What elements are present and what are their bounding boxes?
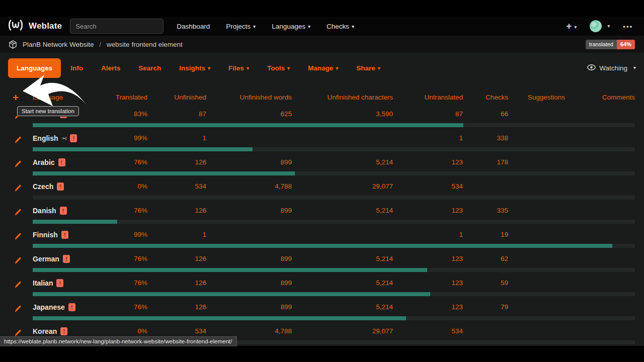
- column-header-unfinished-characters[interactable]: Unfinished characters: [292, 94, 393, 101]
- cell-untranslated[interactable]: 123: [393, 255, 463, 263]
- edit-pencil-icon[interactable]: [14, 305, 22, 315]
- cell-translated[interactable]: 76%: [98, 207, 147, 215]
- alert-badge-icon[interactable]: !: [60, 207, 67, 215]
- cell-unfinished-characters[interactable]: 5,214: [292, 255, 393, 263]
- column-header-translated[interactable]: Translated: [98, 94, 147, 101]
- alert-badge-icon[interactable]: !: [60, 327, 67, 335]
- start-new-translation-button[interactable]: [13, 92, 19, 103]
- cell-unfinished[interactable]: 126: [147, 207, 206, 215]
- alert-badge-icon[interactable]: !: [63, 255, 70, 263]
- cell-untranslated[interactable]: 87: [393, 110, 463, 118]
- edit-pencil-icon[interactable]: [14, 208, 22, 219]
- search-input[interactable]: [70, 19, 164, 34]
- alert-badge-icon[interactable]: !: [70, 134, 77, 142]
- cell-unfinished-words[interactable]: 899: [206, 303, 292, 311]
- column-header-unfinished[interactable]: Unfinished: [147, 94, 206, 101]
- cell-translated[interactable]: 76%: [98, 303, 147, 311]
- breadcrumb-project-link[interactable]: PlanB Network Website: [23, 41, 94, 48]
- cell-untranslated[interactable]: 1: [393, 231, 463, 239]
- cell-translated[interactable]: 99%: [98, 231, 147, 239]
- user-menu-button[interactable]: [590, 20, 610, 32]
- cell-unfinished-characters[interactable]: 29,077: [292, 327, 393, 335]
- language-link[interactable]: Danish: [33, 207, 56, 215]
- cell-unfinished[interactable]: 534: [147, 327, 206, 335]
- edit-pencil-icon[interactable]: [14, 232, 22, 243]
- cell-untranslated[interactable]: 123: [393, 158, 463, 166]
- more-menu-icon[interactable]: [623, 22, 633, 31]
- breadcrumb-component-link[interactable]: website frontend element: [107, 41, 183, 48]
- cell-unfinished-words[interactable]: 625: [206, 110, 292, 118]
- cell-unfinished-words[interactable]: 899: [206, 158, 292, 166]
- cell-unfinished-words[interactable]: 4,788: [206, 183, 292, 191]
- cell-translated[interactable]: 99%: [98, 134, 147, 142]
- cell-untranslated[interactable]: 534: [393, 327, 463, 335]
- cell-unfinished-words[interactable]: 4,788: [206, 327, 292, 335]
- cell-unfinished[interactable]: 1: [147, 231, 206, 239]
- tab-tools[interactable]: Tools: [267, 64, 290, 72]
- cell-checks[interactable]: 178: [463, 158, 508, 166]
- cell-unfinished-characters[interactable]: 5,214: [292, 303, 393, 311]
- tab-manage[interactable]: Manage: [308, 64, 338, 72]
- cell-unfinished-characters[interactable]: 5,214: [292, 207, 393, 215]
- cell-translated[interactable]: 0%: [98, 183, 147, 191]
- nav-link-checks[interactable]: Checks: [327, 23, 354, 30]
- cell-unfinished[interactable]: 1: [147, 134, 206, 142]
- cell-unfinished-characters[interactable]: 29,077: [292, 183, 393, 191]
- tab-languages[interactable]: Languages: [8, 58, 61, 78]
- cell-unfinished-characters[interactable]: 5,214: [292, 279, 393, 287]
- watching-dropdown[interactable]: Watching: [587, 64, 636, 72]
- cell-checks[interactable]: 335: [463, 207, 508, 215]
- nav-link-languages[interactable]: Languages: [272, 23, 310, 30]
- nav-link-projects[interactable]: Projects: [226, 23, 256, 30]
- language-link[interactable]: Japanese: [33, 303, 65, 311]
- cell-unfinished[interactable]: 534: [147, 183, 206, 191]
- tab-files[interactable]: Files: [228, 64, 249, 72]
- tab-search[interactable]: Search: [138, 64, 161, 72]
- cell-unfinished-words[interactable]: 899: [206, 255, 292, 263]
- alert-badge-icon[interactable]: !: [68, 303, 75, 311]
- language-link[interactable]: Czech: [33, 183, 53, 191]
- cell-untranslated[interactable]: 123: [393, 303, 463, 311]
- cell-checks[interactable]: 62: [463, 255, 508, 263]
- cell-translated[interactable]: 0%: [98, 327, 147, 335]
- edit-pencil-icon[interactable]: [14, 281, 22, 291]
- edit-pencil-icon[interactable]: [14, 256, 22, 267]
- cell-checks[interactable]: 66: [463, 110, 508, 118]
- edit-pencil-icon[interactable]: [14, 136, 22, 146]
- cell-unfinished[interactable]: 126: [147, 255, 206, 263]
- cell-unfinished-words[interactable]: 899: [206, 207, 292, 215]
- language-link[interactable]: Arabic: [33, 158, 55, 166]
- column-header-checks[interactable]: Checks: [463, 94, 508, 101]
- cell-untranslated[interactable]: 123: [393, 279, 463, 287]
- cell-unfinished-words[interactable]: 899: [206, 279, 292, 287]
- add-menu-button[interactable]: [566, 21, 577, 32]
- column-header-untranslated[interactable]: Untranslated: [393, 94, 463, 101]
- tab-info[interactable]: Info: [70, 64, 83, 72]
- language-link[interactable]: English: [33, 134, 58, 142]
- alert-badge-icon[interactable]: !: [61, 231, 68, 239]
- cell-unfinished-characters[interactable]: 3,590: [292, 110, 393, 118]
- nav-link-dashboard[interactable]: Dashboard: [177, 23, 210, 30]
- column-header-unfinished-words[interactable]: Unfinished words: [206, 94, 292, 101]
- column-header-comments[interactable]: Comments: [565, 94, 635, 101]
- edit-pencil-icon[interactable]: [14, 160, 22, 170]
- column-header-suggestions[interactable]: Suggestions: [508, 94, 565, 101]
- weblate-brand[interactable]: Weblate: [7, 19, 62, 34]
- language-link[interactable]: Korean: [33, 327, 57, 335]
- column-header-language[interactable]: Language: [33, 94, 98, 101]
- cell-checks[interactable]: 79: [463, 303, 508, 311]
- cell-translated[interactable]: 76%: [98, 279, 147, 287]
- cell-untranslated[interactable]: 123: [393, 207, 463, 215]
- tab-share[interactable]: Share: [356, 64, 380, 72]
- cell-unfinished[interactable]: 126: [147, 158, 206, 166]
- cell-unfinished[interactable]: 126: [147, 303, 206, 311]
- cell-checks[interactable]: 59: [463, 279, 508, 287]
- cell-untranslated[interactable]: 1: [393, 134, 463, 142]
- cell-checks[interactable]: 19: [463, 231, 508, 239]
- tab-alerts[interactable]: Alerts: [101, 64, 120, 72]
- cell-unfinished-characters[interactable]: 5,214: [292, 158, 393, 166]
- cell-translated[interactable]: 83%: [98, 110, 147, 118]
- language-link[interactable]: German: [33, 255, 59, 263]
- alert-badge-icon[interactable]: !: [56, 279, 63, 287]
- cell-unfinished[interactable]: 87: [147, 110, 206, 118]
